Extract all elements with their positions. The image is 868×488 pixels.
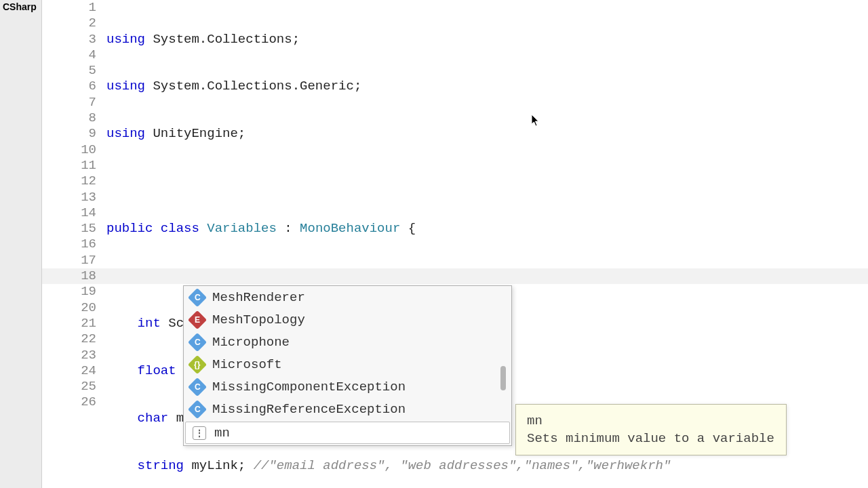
line-number: 20 [42, 300, 96, 316]
autocomplete-item-label: Microsoft [212, 357, 282, 372]
autocomplete-item-label: mn [214, 426, 230, 441]
autocomplete-scrollbar[interactable] [500, 366, 506, 390]
line-number: 11 [42, 158, 96, 174]
line-number: 7 [42, 95, 96, 110]
line-number: 8 [42, 110, 96, 126]
class-icon: C [188, 377, 207, 396]
line-number: 1 [42, 0, 96, 16]
autocomplete-item-label: MeshRenderer [212, 290, 305, 305]
class-icon: C [188, 332, 207, 351]
line-number: 3 [42, 32, 96, 47]
line-number-gutter: 1 2 3 4 5 6 7 8 9 10 11 12 13 14 15 16 1… [42, 0, 103, 411]
code-line[interactable]: using System.Collections; [106, 32, 868, 47]
namespace-icon: {} [188, 354, 207, 373]
autocomplete-item-label: MissingReferenceException [212, 402, 406, 417]
code-line[interactable]: using UnityEngine; [106, 126, 868, 142]
autocomplete-item[interactable]: EMeshTopology [184, 308, 511, 331]
tooltip-title: mn [527, 413, 775, 429]
line-number: 4 [42, 47, 96, 63]
line-number: 5 [42, 63, 96, 79]
line-number: 9 [42, 126, 96, 142]
line-number: 6 [42, 79, 96, 94]
line-number: 22 [42, 331, 96, 347]
snippet-icon: ⋮ [193, 426, 206, 440]
autocomplete-item-label: MissingComponentException [212, 380, 406, 394]
enum-icon: E [188, 310, 207, 329]
autocomplete-popup[interactable]: CMeshRendererEMeshTopologyCMicrophone{}M… [183, 285, 512, 446]
autocomplete-item-label: MeshTopology [212, 312, 305, 327]
code-line[interactable]: string myLink; //"email address", "web a… [106, 458, 868, 474]
line-number: 12 [42, 174, 96, 189]
autocomplete-item[interactable]: CMissingReferenceException [184, 398, 511, 420]
autocomplete-item[interactable]: CMissingComponentException [184, 375, 511, 398]
autocomplete-list[interactable]: CMeshRendererEMeshTopologyCMicrophone{}M… [184, 286, 511, 444]
line-number: 18 [42, 268, 96, 284]
code-line[interactable]: using System.Collections.Generic; [106, 79, 868, 94]
line-number: 25 [42, 379, 96, 394]
tooltip-description: Sets minimum value to a variable [527, 430, 775, 447]
line-number: 26 [42, 394, 96, 410]
class-icon: C [188, 287, 207, 306]
autocomplete-item[interactable]: {}Microsoft [184, 353, 511, 375]
line-number: 15 [42, 221, 96, 237]
line-number: 24 [42, 363, 96, 379]
code-line[interactable] [106, 174, 868, 189]
language-label: CSharp [0, 0, 41, 14]
autocomplete-item-label: Microphone [212, 335, 290, 350]
line-number: 2 [42, 16, 96, 31]
line-number: 19 [42, 284, 96, 300]
class-icon: C [188, 399, 207, 418]
autocomplete-item[interactable]: CMicrophone [184, 331, 511, 353]
sidebar: CSharp [0, 0, 42, 488]
code-line[interactable]: public class Variables : MonoBehaviour { [106, 221, 868, 237]
line-number: 21 [42, 316, 96, 331]
autocomplete-tooltip: mn Sets minimum value to a variable [515, 404, 787, 455]
code-line[interactable] [106, 268, 868, 284]
autocomplete-item[interactable]: ⋮mn [185, 422, 510, 444]
line-number: 14 [42, 205, 96, 221]
line-number: 16 [42, 237, 96, 252]
line-number: 10 [42, 142, 96, 158]
line-number: 13 [42, 190, 96, 205]
autocomplete-item[interactable]: CMeshRenderer [184, 286, 511, 308]
line-number: 17 [42, 253, 96, 268]
line-number: 23 [42, 348, 96, 363]
